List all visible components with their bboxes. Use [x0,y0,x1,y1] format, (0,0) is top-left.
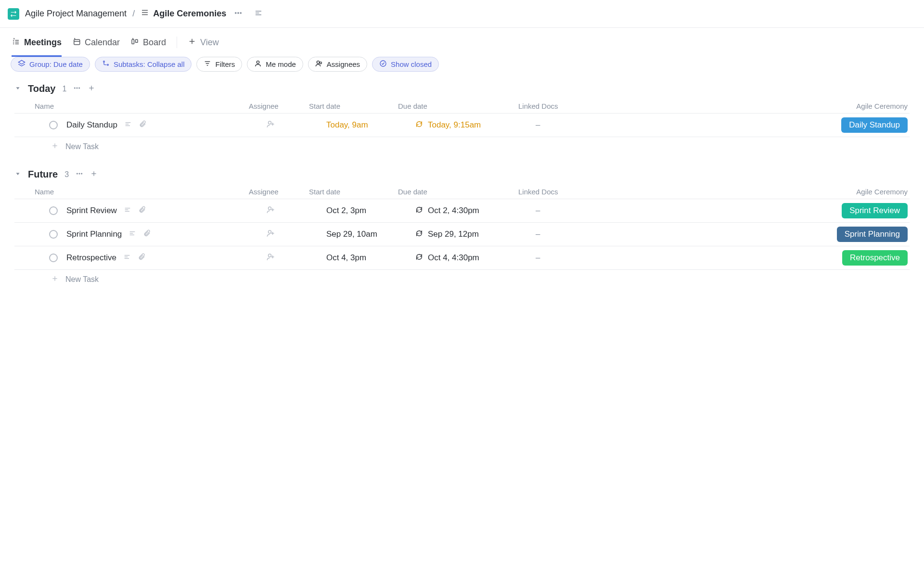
more-icon[interactable] [234,9,243,19]
svg-point-42 [81,173,82,174]
attachment-icon[interactable] [143,229,151,240]
svg-point-22 [317,61,319,64]
status-circle[interactable] [49,206,58,215]
attachment-icon[interactable] [138,253,145,263]
svg-point-48 [269,207,271,210]
due-date-cell[interactable]: Oct 4, 4:30pm [415,253,536,263]
ceremony-cell[interactable]: Sprint Review [617,203,910,218]
tab-calendar[interactable]: Calendar [72,28,120,57]
col-ceremony[interactable]: Agile Ceremony [600,188,910,196]
add-view-label: View [200,38,219,48]
plus-icon[interactable] [88,84,95,93]
col-due[interactable]: Due date [398,188,518,196]
toggle-sidepanel-icon[interactable] [254,9,263,19]
more-icon[interactable] [73,84,81,93]
svg-point-41 [79,173,80,174]
task-name[interactable]: Daily Standup [66,120,117,130]
svg-point-4 [238,13,239,14]
ceremony-cell[interactable]: Retrospective [617,250,910,266]
plus-icon [51,275,59,284]
col-docs[interactable]: Linked Docs [518,188,600,196]
chevron-down-icon[interactable] [14,170,21,178]
col-start[interactable]: Start date [309,102,398,110]
plus-icon[interactable] [90,170,98,179]
chip-label: Group: Due date [29,60,83,68]
due-date-cell[interactable]: Sep 29, 12pm [415,229,536,240]
linked-docs-cell[interactable]: – [536,253,617,263]
status-circle[interactable] [49,230,58,239]
tab-board[interactable]: Board [130,28,166,57]
group-title: Future [28,169,58,180]
start-date-cell[interactable]: Oct 4, 3pm [326,253,415,263]
task-name[interactable]: Retrospective [66,253,116,263]
space-icon[interactable] [8,8,19,20]
group-header[interactable]: Today 1 [14,83,910,94]
task-group: Today 1 Name Assignee Start date Due dat… [14,83,910,156]
breadcrumb: Agile Project Management / Agile Ceremon… [25,8,226,19]
col-ceremony[interactable]: Agile Ceremony [600,102,910,110]
assignees-chip[interactable]: Assignees [308,57,367,72]
chevron-down-icon[interactable] [14,85,21,93]
add-assignee-button[interactable] [266,254,275,263]
new-task-button[interactable]: New Task [14,137,910,156]
plus-icon [188,37,196,48]
group-header[interactable]: Future 3 [14,169,910,180]
attachment-icon[interactable] [138,206,146,216]
start-date-cell[interactable]: Oct 2, 3pm [326,206,415,216]
add-assignee-button[interactable] [266,121,275,130]
start-date-cell[interactable]: Sep 29, 10am [326,229,415,239]
col-assignee[interactable]: Assignee [249,102,309,110]
col-assignee[interactable]: Assignee [249,188,309,196]
svg-marker-39 [16,173,20,175]
description-icon[interactable] [128,229,136,240]
task-group: Future 3 Name Assignee Start date Due da… [14,169,910,289]
add-view-button[interactable]: View [188,28,219,57]
task-name[interactable]: Sprint Review [66,206,117,216]
group-by-chip[interactable]: Group: Due date [11,57,90,72]
description-icon[interactable] [124,206,131,216]
due-date-cell[interactable]: Oct 2, 4:30pm [415,206,536,216]
tab-label: Board [143,38,166,48]
ceremony-cell[interactable]: Daily Standup [617,117,910,133]
col-name[interactable]: Name [35,102,249,110]
ceremony-cell[interactable]: Sprint Planning [617,227,910,242]
add-assignee-button[interactable] [266,207,275,216]
more-icon[interactable] [76,170,83,179]
svg-rect-11 [132,39,134,44]
new-task-button[interactable]: New Task [14,270,910,289]
svg-point-17 [107,64,109,65]
col-docs[interactable]: Linked Docs [518,102,600,110]
due-date-cell[interactable]: Today, 9:15am [415,120,536,130]
breadcrumb-current[interactable]: Agile Ceremonies [141,8,226,19]
status-circle[interactable] [49,121,58,129]
add-assignee-button[interactable] [266,230,275,240]
table-row[interactable]: Daily Standup Today, 9am Today, 9:15am –… [14,114,910,137]
table-row[interactable]: Sprint Planning Sep 29, 10am Sep 29, 12p… [14,223,910,246]
me-mode-chip[interactable]: Me mode [247,57,303,72]
status-circle[interactable] [49,254,58,262]
col-name[interactable]: Name [35,188,249,196]
recurring-icon [415,206,423,216]
start-date-cell[interactable]: Today, 9am [326,120,415,130]
show-closed-chip[interactable]: Show closed [372,57,439,72]
people-icon [315,60,323,69]
attachment-icon[interactable] [139,120,146,130]
table-row[interactable]: Sprint Review Oct 2, 3pm Oct 2, 4:30pm –… [14,199,910,223]
table-row[interactable]: Retrospective Oct 4, 3pm Oct 4, 4:30pm –… [14,246,910,270]
filters-chip[interactable]: Filters [196,57,242,72]
linked-docs-cell[interactable]: – [536,229,617,239]
description-icon[interactable] [123,253,131,263]
task-name[interactable]: Sprint Planning [66,229,122,239]
svg-point-54 [269,230,271,233]
linked-docs-cell[interactable]: – [536,120,617,130]
col-start[interactable]: Start date [309,188,398,196]
subtasks-chip[interactable]: Subtasks: Collapse all [95,57,192,72]
subtask-icon [102,60,110,69]
linked-docs-cell[interactable]: – [536,206,617,216]
tab-meetings[interactable]: Meetings [12,28,62,57]
board-pinned-icon [130,37,139,48]
description-icon[interactable] [124,120,132,130]
svg-point-21 [257,61,259,64]
breadcrumb-parent[interactable]: Agile Project Management [25,9,127,19]
col-due[interactable]: Due date [398,102,518,110]
